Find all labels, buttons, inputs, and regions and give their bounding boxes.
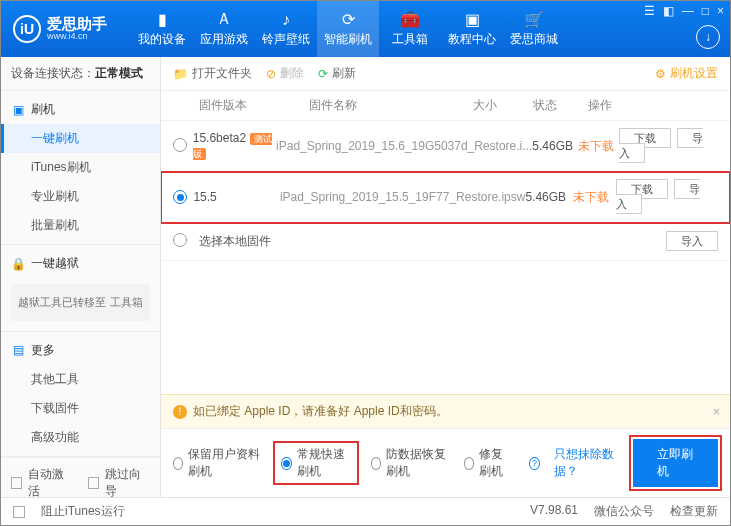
radio[interactable] xyxy=(464,457,474,470)
download-icon: ↓ xyxy=(705,30,711,44)
sidebar-item-download[interactable]: 下载固件 xyxy=(1,394,160,423)
flash-options: 保留用户资料刷机 常规快速刷机 防数据恢复刷机 修复刷机 ? 只想抹除数据？ 立… xyxy=(161,428,730,497)
menu-icon[interactable]: ☰ xyxy=(644,4,655,18)
section-more[interactable]: ▤更多 xyxy=(1,336,160,365)
row-radio[interactable] xyxy=(173,190,187,204)
app-icon: Ａ xyxy=(215,11,233,29)
radio[interactable] xyxy=(281,457,291,470)
warning-icon: ! xyxy=(173,405,187,419)
opt-prevent-recovery[interactable]: 防数据恢复刷机 xyxy=(371,446,450,480)
section-jailbreak[interactable]: 🔒一键越狱 xyxy=(1,249,160,278)
sidebar-item-advanced[interactable]: 高级功能 xyxy=(1,423,160,452)
row-radio[interactable] xyxy=(173,138,187,152)
skin-icon[interactable]: ◧ xyxy=(663,4,674,18)
table-header: 固件版本 固件名称 大小 状态 操作 xyxy=(161,91,730,121)
sidebar: 设备连接状态：正常模式 ▣刷机 一键刷机 iTunes刷机 专业刷机 批量刷机 … xyxy=(1,57,161,497)
sidebar-item-pro[interactable]: 专业刷机 xyxy=(1,182,160,211)
nav-flash[interactable]: ⟳智能刷机 xyxy=(317,1,379,57)
lock-icon: 🔒 xyxy=(11,257,25,271)
open-folder-button[interactable]: 📁打开文件夹 xyxy=(173,65,252,82)
cart-icon: 🛒 xyxy=(525,11,543,29)
app-logo: iU 爱思助手 www.i4.cn xyxy=(13,15,107,43)
auto-activate-checkbox[interactable] xyxy=(11,477,22,489)
titlebar: iU 爱思助手 www.i4.cn ▮我的设备 Ａ应用游戏 ♪铃声壁纸 ⟳智能刷… xyxy=(1,1,730,57)
opt-repair-flash[interactable]: 修复刷机 xyxy=(464,446,515,480)
opt-quick-flash[interactable]: 常规快速刷机 xyxy=(275,443,357,483)
nav-store[interactable]: 🛒爱思商城 xyxy=(503,1,565,57)
app-name: 爱思助手 xyxy=(47,16,107,33)
delete-button[interactable]: ⊘删除 xyxy=(266,65,304,82)
sidebar-item-other[interactable]: 其他工具 xyxy=(1,365,160,394)
row-radio[interactable] xyxy=(173,233,187,247)
nav-tutorial[interactable]: ▣教程中心 xyxy=(441,1,503,57)
maximize-icon[interactable]: □ xyxy=(702,4,709,18)
folder-icon: 📁 xyxy=(173,67,188,81)
music-icon: ♪ xyxy=(277,11,295,29)
delete-icon: ⊘ xyxy=(266,67,276,81)
toolbox-icon: 🧰 xyxy=(401,11,419,29)
firmware-row-selected[interactable]: 15.5 iPad_Spring_2019_15.5_19F77_Restore… xyxy=(161,172,730,223)
close-notice-icon[interactable]: × xyxy=(713,405,720,419)
firmware-row[interactable]: 15.6beta2测试版 iPad_Spring_2019_15.6_19G50… xyxy=(161,121,730,172)
sidebar-item-itunes[interactable]: iTunes刷机 xyxy=(1,153,160,182)
opt-keep-data[interactable]: 保留用户资料刷机 xyxy=(173,446,261,480)
flash-now-button[interactable]: 立即刷机 xyxy=(633,439,718,487)
jailbreak-note: 越狱工具已转移至 工具箱 xyxy=(11,284,150,321)
logo-icon: iU xyxy=(13,15,41,43)
download-manager-button[interactable]: ↓ xyxy=(696,25,720,49)
gear-icon: ⚙ xyxy=(655,67,666,81)
skip-guide-checkbox[interactable] xyxy=(88,477,99,489)
nav-tools[interactable]: 🧰工具箱 xyxy=(379,1,441,57)
refresh-icon: ⟳ xyxy=(339,11,357,29)
app-url: www.i4.cn xyxy=(47,32,107,42)
phone-icon: ▮ xyxy=(153,11,171,29)
erase-link[interactable]: 只想抹除数据？ xyxy=(554,446,619,480)
more-icon: ▤ xyxy=(11,343,25,357)
block-itunes-checkbox[interactable] xyxy=(13,506,25,518)
section-flash[interactable]: ▣刷机 xyxy=(1,95,160,124)
window-controls: ☰ ◧ — □ × xyxy=(644,4,724,18)
statusbar: 阻止iTunes运行 V7.98.61 微信公众号 检查更新 xyxy=(1,497,730,525)
sidebar-item-oneclick[interactable]: 一键刷机 xyxy=(1,124,160,153)
toolbar: 📁打开文件夹 ⊘删除 ⟳刷新 ⚙刷机设置 xyxy=(161,57,730,91)
device-status: 设备连接状态：正常模式 xyxy=(1,57,160,91)
close-icon[interactable]: × xyxy=(717,4,724,18)
check-update-link[interactable]: 检查更新 xyxy=(670,503,718,520)
radio[interactable] xyxy=(173,457,183,470)
minimize-icon[interactable]: — xyxy=(682,4,694,18)
main-nav: ▮我的设备 Ａ应用游戏 ♪铃声壁纸 ⟳智能刷机 🧰工具箱 ▣教程中心 🛒爱思商城 xyxy=(131,1,565,57)
main-panel: 📁打开文件夹 ⊘删除 ⟳刷新 ⚙刷机设置 固件版本 固件名称 大小 状态 操作 … xyxy=(161,57,730,497)
radio[interactable] xyxy=(371,457,381,470)
version-label: V7.98.61 xyxy=(530,503,578,520)
info-icon[interactable]: ? xyxy=(529,457,540,470)
book-icon: ▣ xyxy=(463,11,481,29)
nav-ringtone[interactable]: ♪铃声壁纸 xyxy=(255,1,317,57)
wechat-link[interactable]: 微信公众号 xyxy=(594,503,654,520)
nav-apps[interactable]: Ａ应用游戏 xyxy=(193,1,255,57)
flash-settings-button[interactable]: ⚙刷机设置 xyxy=(655,65,718,82)
appleid-notice: ! 如已绑定 Apple ID，请准备好 Apple ID和密码。 × xyxy=(161,394,730,428)
refresh-button[interactable]: ⟳刷新 xyxy=(318,65,356,82)
local-firmware-row[interactable]: 选择本地固件 导入 xyxy=(161,223,730,261)
square-icon: ▣ xyxy=(11,103,25,117)
nav-device[interactable]: ▮我的设备 xyxy=(131,1,193,57)
auto-activate-row: 自动激活 跳过向导 xyxy=(1,458,160,498)
sidebar-item-batch[interactable]: 批量刷机 xyxy=(1,211,160,240)
import-button[interactable]: 导入 xyxy=(666,231,718,251)
refresh-icon: ⟳ xyxy=(318,67,328,81)
